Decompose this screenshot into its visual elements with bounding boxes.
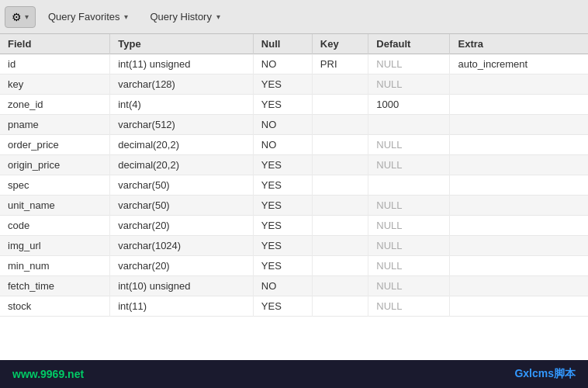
gear-button[interactable]: ⚙ ▾ (5, 6, 36, 28)
cell-extra (450, 115, 588, 135)
cell-default: NULL (368, 236, 450, 256)
cell-null: YES (253, 236, 312, 256)
table-row: codevarchar(20)YESNULL (0, 216, 588, 236)
cell-default (368, 175, 450, 196)
query-favorites-button[interactable]: Query Favorites ▾ (39, 6, 137, 28)
cell-field: order_price (0, 135, 110, 155)
cell-extra (450, 135, 588, 155)
cell-extra (450, 236, 588, 256)
cell-type: varchar(20) (110, 216, 254, 236)
cell-extra (450, 256, 588, 276)
table-row: zone_idint(4)YES1000 (0, 95, 588, 115)
cell-key (312, 74, 368, 95)
cell-default (368, 115, 450, 135)
table-header-row: FieldTypeNullKeyDefaultExtra (0, 34, 588, 54)
cell-extra (450, 74, 588, 95)
table-container: FieldTypeNullKeyDefaultExtra idint(11) u… (0, 34, 588, 360)
cell-null: YES (253, 95, 312, 115)
table-row: origin_pricedecimal(20,2)YESNULL (0, 155, 588, 175)
cell-default: 1000 (368, 95, 450, 115)
cell-key (312, 115, 368, 135)
table-row: order_pricedecimal(20,2)NONULL (0, 135, 588, 155)
cell-null: NO (253, 276, 312, 296)
query-history-label: Query History (150, 11, 211, 23)
cell-null: NO (253, 135, 312, 155)
toolbar: ⚙ ▾ Query Favorites ▾ Query History ▾ (0, 0, 588, 34)
cell-key (312, 216, 368, 236)
table-row: min_numvarchar(20)YESNULL (0, 256, 588, 276)
cell-type: varchar(50) (110, 196, 254, 216)
cell-type: decimal(20,2) (110, 155, 254, 175)
cell-null: YES (253, 196, 312, 216)
cell-null: YES (253, 155, 312, 175)
column-header-type: Type (110, 34, 254, 54)
column-header-null: Null (253, 34, 312, 54)
cell-key (312, 236, 368, 256)
query-history-button[interactable]: Query History ▾ (140, 6, 229, 28)
cell-type: decimal(20,2) (110, 135, 254, 155)
table-row: keyvarchar(128)YESNULL (0, 74, 588, 95)
cell-key (312, 276, 368, 296)
cell-field: zone_id (0, 95, 110, 115)
cell-default: NULL (368, 54, 450, 74)
cell-default: NULL (368, 196, 450, 216)
cell-default: NULL (368, 74, 450, 95)
footer-left-text: www.9969.net (12, 368, 84, 380)
gear-icon: ⚙ (12, 11, 22, 23)
cell-key (312, 256, 368, 276)
cell-field: origin_price (0, 155, 110, 175)
cell-field: code (0, 216, 110, 236)
cell-extra (450, 155, 588, 175)
cell-null: NO (253, 54, 312, 74)
data-table: FieldTypeNullKeyDefaultExtra idint(11) u… (0, 34, 588, 317)
column-header-key: Key (312, 34, 368, 54)
cell-field: stock (0, 296, 110, 317)
cell-key (312, 135, 368, 155)
cell-default: NULL (368, 216, 450, 236)
cell-extra: auto_increment (450, 54, 588, 74)
column-header-field: Field (0, 34, 110, 54)
cell-null: YES (253, 216, 312, 236)
cell-null: YES (253, 74, 312, 95)
cell-extra (450, 276, 588, 296)
favorites-dropdown-icon: ▾ (124, 12, 128, 21)
cell-field: pname (0, 115, 110, 135)
column-header-default: Default (368, 34, 450, 54)
cell-type: int(11) (110, 296, 254, 317)
cell-default: NULL (368, 296, 450, 317)
table-row: unit_namevarchar(50)YESNULL (0, 196, 588, 216)
cell-null: NO (253, 115, 312, 135)
cell-field: key (0, 74, 110, 95)
query-favorites-label: Query Favorites (48, 11, 119, 23)
cell-extra (450, 175, 588, 196)
cell-key (312, 155, 368, 175)
gear-dropdown-icon: ▾ (25, 12, 29, 21)
cell-null: YES (253, 256, 312, 276)
cell-type: varchar(50) (110, 175, 254, 196)
cell-type: int(4) (110, 95, 254, 115)
cell-default: NULL (368, 276, 450, 296)
cell-default: NULL (368, 155, 450, 175)
cell-null: YES (253, 296, 312, 317)
cell-extra (450, 95, 588, 115)
cell-type: varchar(128) (110, 74, 254, 95)
cell-default: NULL (368, 135, 450, 155)
cell-field: id (0, 54, 110, 74)
cell-key: PRI (312, 54, 368, 74)
cell-field: min_num (0, 256, 110, 276)
footer-right-text: Gxlcms脚本 (514, 367, 576, 381)
cell-key (312, 175, 368, 196)
cell-extra (450, 216, 588, 236)
table-row: fetch_timeint(10) unsignedNONULL (0, 276, 588, 296)
cell-type: int(11) unsigned (110, 54, 254, 74)
cell-type: varchar(512) (110, 115, 254, 135)
table-row: idint(11) unsignedNOPRINULLauto_incremen… (0, 54, 588, 74)
cell-key (312, 196, 368, 216)
cell-key (312, 95, 368, 115)
cell-type: int(10) unsigned (110, 276, 254, 296)
cell-default: NULL (368, 256, 450, 276)
history-dropdown-icon: ▾ (216, 12, 220, 21)
column-header-extra: Extra (450, 34, 588, 54)
cell-null: YES (253, 175, 312, 196)
cell-field: unit_name (0, 196, 110, 216)
